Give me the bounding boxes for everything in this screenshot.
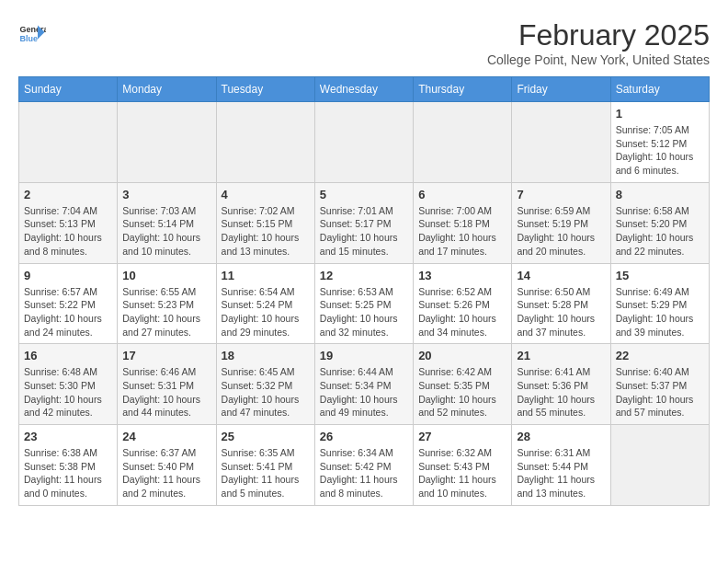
day-number: 9	[24, 269, 112, 282]
calendar-cell: 7Sunrise: 6:59 AM Sunset: 5:19 PM Daylig…	[512, 182, 610, 263]
day-info: Sunrise: 6:32 AM Sunset: 5:43 PM Dayligh…	[418, 446, 506, 500]
calendar-cell: 28Sunrise: 6:31 AM Sunset: 5:44 PM Dayli…	[512, 425, 610, 506]
day-info: Sunrise: 6:58 AM Sunset: 5:20 PM Dayligh…	[616, 204, 704, 259]
calendar-cell: 11Sunrise: 6:54 AM Sunset: 5:24 PM Dayli…	[216, 263, 314, 344]
day-info: Sunrise: 7:02 AM Sunset: 5:15 PM Dayligh…	[222, 204, 310, 259]
calendar-cell: 22Sunrise: 6:40 AM Sunset: 5:37 PM Dayli…	[610, 344, 709, 425]
calendar-cell: 20Sunrise: 6:42 AM Sunset: 5:35 PM Dayli…	[414, 344, 512, 425]
day-info: Sunrise: 6:34 AM Sunset: 5:42 PM Dayligh…	[320, 446, 408, 500]
day-number: 18	[222, 349, 310, 362]
weekday-header: Saturday	[610, 77, 709, 102]
calendar-cell	[19, 102, 118, 183]
day-info: Sunrise: 6:50 AM Sunset: 5:28 PM Dayligh…	[517, 285, 605, 339]
day-number: 8	[616, 188, 704, 201]
weekday-header: Friday	[512, 77, 610, 102]
calendar-cell	[414, 102, 512, 183]
day-info: Sunrise: 6:57 AM Sunset: 5:22 PM Dayligh…	[24, 285, 112, 339]
day-info: Sunrise: 6:40 AM Sunset: 5:37 PM Dayligh…	[616, 365, 704, 419]
weekday-header: Sunday	[19, 77, 118, 102]
day-number: 2	[24, 188, 112, 201]
day-number: 14	[517, 269, 605, 282]
day-info: Sunrise: 6:55 AM Sunset: 5:23 PM Dayligh…	[122, 285, 210, 339]
calendar-cell: 27Sunrise: 6:32 AM Sunset: 5:43 PM Dayli…	[414, 425, 512, 506]
day-number: 1	[616, 107, 704, 121]
calendar-cell: 12Sunrise: 6:53 AM Sunset: 5:25 PM Dayli…	[314, 263, 413, 344]
day-info: Sunrise: 6:54 AM Sunset: 5:24 PM Dayligh…	[222, 285, 310, 339]
calendar-cell: 25Sunrise: 6:35 AM Sunset: 5:41 PM Dayli…	[216, 425, 314, 506]
day-number: 19	[320, 349, 408, 362]
calendar-cell: 8Sunrise: 6:58 AM Sunset: 5:20 PM Daylig…	[610, 182, 709, 263]
weekday-header: Wednesday	[314, 77, 413, 102]
day-number: 3	[122, 188, 210, 201]
month-title: February 2025	[487, 18, 710, 52]
day-info: Sunrise: 6:48 AM Sunset: 5:30 PM Dayligh…	[24, 365, 112, 419]
day-info: Sunrise: 7:03 AM Sunset: 5:14 PM Dayligh…	[122, 204, 210, 259]
day-info: Sunrise: 6:35 AM Sunset: 5:41 PM Dayligh…	[222, 446, 310, 500]
calendar-cell: 3Sunrise: 7:03 AM Sunset: 5:14 PM Daylig…	[118, 182, 216, 263]
day-number: 20	[418, 349, 506, 362]
day-number: 4	[222, 188, 310, 201]
title-block: February 2025 College Point, New York, U…	[487, 18, 710, 67]
page-header: General Blue February 2025 College Point…	[18, 18, 710, 67]
calendar-cell	[118, 102, 216, 183]
day-number: 6	[418, 188, 506, 201]
calendar-cell: 14Sunrise: 6:50 AM Sunset: 5:28 PM Dayli…	[512, 263, 610, 344]
day-number: 17	[122, 349, 210, 362]
weekday-header: Thursday	[414, 77, 512, 102]
day-number: 27	[418, 430, 506, 443]
calendar-cell: 24Sunrise: 6:37 AM Sunset: 5:40 PM Dayli…	[118, 425, 216, 506]
calendar-cell: 6Sunrise: 7:00 AM Sunset: 5:18 PM Daylig…	[414, 182, 512, 263]
day-number: 15	[616, 269, 704, 282]
day-info: Sunrise: 6:37 AM Sunset: 5:40 PM Dayligh…	[122, 446, 210, 500]
day-number: 25	[222, 430, 310, 443]
day-info: Sunrise: 7:00 AM Sunset: 5:18 PM Dayligh…	[418, 204, 506, 259]
day-info: Sunrise: 6:44 AM Sunset: 5:34 PM Dayligh…	[320, 365, 408, 419]
day-info: Sunrise: 7:04 AM Sunset: 5:13 PM Dayligh…	[24, 204, 112, 259]
svg-text:Blue: Blue	[20, 34, 39, 43]
calendar-cell: 16Sunrise: 6:48 AM Sunset: 5:30 PM Dayli…	[19, 344, 118, 425]
day-info: Sunrise: 6:38 AM Sunset: 5:38 PM Dayligh…	[24, 446, 112, 500]
day-number: 23	[24, 430, 112, 443]
day-info: Sunrise: 6:53 AM Sunset: 5:25 PM Dayligh…	[320, 285, 408, 339]
day-number: 22	[616, 349, 704, 362]
day-number: 26	[320, 430, 408, 443]
weekday-header: Monday	[118, 77, 216, 102]
calendar-cell: 23Sunrise: 6:38 AM Sunset: 5:38 PM Dayli…	[19, 425, 118, 506]
logo: General Blue	[18, 18, 50, 46]
calendar-cell: 15Sunrise: 6:49 AM Sunset: 5:29 PM Dayli…	[610, 263, 709, 344]
day-number: 12	[320, 269, 408, 282]
day-number: 5	[320, 188, 408, 201]
calendar-cell	[512, 102, 610, 183]
calendar-cell: 13Sunrise: 6:52 AM Sunset: 5:26 PM Dayli…	[414, 263, 512, 344]
calendar-cell: 19Sunrise: 6:44 AM Sunset: 5:34 PM Dayli…	[314, 344, 413, 425]
day-number: 11	[222, 269, 310, 282]
calendar-cell: 9Sunrise: 6:57 AM Sunset: 5:22 PM Daylig…	[19, 263, 118, 344]
calendar-cell	[314, 102, 413, 183]
calendar-cell: 18Sunrise: 6:45 AM Sunset: 5:32 PM Dayli…	[216, 344, 314, 425]
day-number: 24	[122, 430, 210, 443]
day-number: 16	[24, 349, 112, 362]
calendar-cell: 26Sunrise: 6:34 AM Sunset: 5:42 PM Dayli…	[314, 425, 413, 506]
day-info: Sunrise: 7:01 AM Sunset: 5:17 PM Dayligh…	[320, 204, 408, 259]
day-info: Sunrise: 6:45 AM Sunset: 5:32 PM Dayligh…	[222, 365, 310, 419]
day-number: 7	[517, 188, 605, 201]
calendar-table: SundayMondayTuesdayWednesdayThursdayFrid…	[18, 76, 710, 506]
calendar-cell: 10Sunrise: 6:55 AM Sunset: 5:23 PM Dayli…	[118, 263, 216, 344]
weekday-header: Tuesday	[216, 77, 314, 102]
day-info: Sunrise: 6:49 AM Sunset: 5:29 PM Dayligh…	[616, 285, 704, 339]
calendar-cell	[610, 425, 709, 506]
calendar-cell: 1Sunrise: 7:05 AM Sunset: 5:12 PM Daylig…	[610, 102, 709, 183]
day-info: Sunrise: 6:42 AM Sunset: 5:35 PM Dayligh…	[418, 365, 506, 419]
day-info: Sunrise: 6:31 AM Sunset: 5:44 PM Dayligh…	[517, 446, 605, 500]
logo-icon: General Blue	[18, 18, 46, 46]
location-subtitle: College Point, New York, United States	[487, 52, 710, 67]
day-info: Sunrise: 6:59 AM Sunset: 5:19 PM Dayligh…	[517, 204, 605, 259]
day-info: Sunrise: 7:05 AM Sunset: 5:12 PM Dayligh…	[616, 123, 704, 178]
day-number: 13	[418, 269, 506, 282]
day-info: Sunrise: 6:41 AM Sunset: 5:36 PM Dayligh…	[517, 365, 605, 419]
day-info: Sunrise: 6:52 AM Sunset: 5:26 PM Dayligh…	[418, 285, 506, 339]
calendar-cell: 17Sunrise: 6:46 AM Sunset: 5:31 PM Dayli…	[118, 344, 216, 425]
day-number: 21	[517, 349, 605, 362]
calendar-cell	[216, 102, 314, 183]
calendar-cell: 4Sunrise: 7:02 AM Sunset: 5:15 PM Daylig…	[216, 182, 314, 263]
